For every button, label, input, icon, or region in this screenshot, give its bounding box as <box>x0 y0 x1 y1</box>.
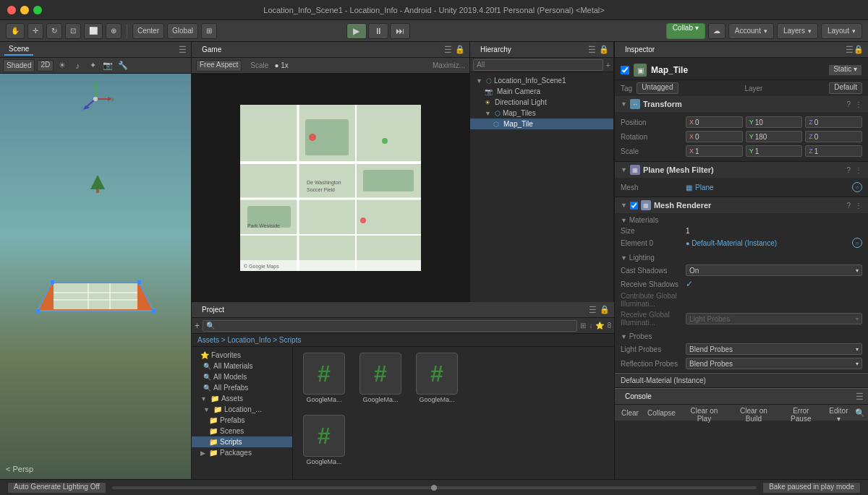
scenes-folder[interactable]: 📁 Scenes <box>192 426 292 436</box>
audio-toggle[interactable]: ♪ <box>71 59 84 72</box>
global-local-button[interactable]: Global <box>167 23 198 39</box>
project-import[interactable]: ↓ <box>589 322 592 330</box>
project-view-toggle[interactable]: ⊞ <box>580 322 586 330</box>
add-project-button[interactable]: + <box>195 321 200 331</box>
game-lock[interactable]: 🔒 <box>455 45 465 54</box>
position-z[interactable]: Z0 <box>805 116 862 128</box>
position-x[interactable]: X0 <box>686 116 743 128</box>
lighting-header[interactable]: ▼ Lighting <box>621 252 862 263</box>
packages-header[interactable]: ▶ 📁 Packages <box>192 447 292 458</box>
scripts-folder[interactable]: 📁 Scripts <box>192 436 292 447</box>
hierarchy-dir-light[interactable]: ☀ Directional Light <box>470 97 613 108</box>
error-pause-button[interactable]: Error Pause <box>780 407 822 418</box>
all-prefabs-item[interactable]: 🔍 All Prefabs <box>192 382 292 393</box>
console-menu[interactable]: ☰ <box>856 392 864 402</box>
rotation-z[interactable]: Z0 <box>805 131 862 142</box>
mesh-filter-settings[interactable]: ⋮ <box>855 166 862 174</box>
tag-dropdown[interactable]: Untagged <box>637 82 678 94</box>
all-models-item[interactable]: 🔍 All Models <box>192 371 292 382</box>
close-button[interactable] <box>7 6 16 14</box>
material-element0[interactable]: ● Default-Material (Instance) <box>686 239 777 247</box>
rotate-tool-button[interactable]: ↻ <box>46 23 62 39</box>
default-material-header[interactable]: Default-Material (Instance) <box>615 373 868 388</box>
progress-handle[interactable] <box>431 485 437 491</box>
minimize-button[interactable] <box>20 6 29 14</box>
mesh-renderer-help[interactable]: ? <box>846 202 851 210</box>
hierarchy-lock[interactable]: 🔒 <box>599 45 609 54</box>
scene-view[interactable]: X Y Z <box>0 74 191 479</box>
layer-dropdown[interactable]: Default <box>829 82 862 94</box>
mesh-renderer-settings[interactable]: ⋮ <box>855 202 862 210</box>
game-tab[interactable]: Game <box>196 44 227 55</box>
breadcrumb[interactable]: Assets > Location_Info > Scripts <box>197 336 301 344</box>
project-menu[interactable]: ☰ <box>589 305 597 315</box>
rotation-y[interactable]: Y180 <box>746 131 803 142</box>
project-search[interactable]: 🔍 <box>203 320 577 332</box>
play-button[interactable]: ▶ <box>346 23 367 39</box>
project-lock[interactable]: 🔒 <box>600 305 610 314</box>
add-hierarchy-button[interactable]: + <box>606 61 610 69</box>
transform-tool-button[interactable]: ⊕ <box>106 23 122 39</box>
inspector-lock[interactable]: 🔒 <box>854 45 864 54</box>
reflection-probes-dropdown[interactable]: Blend Probes <box>686 358 862 369</box>
inspector-tab[interactable]: Inspector <box>619 44 660 55</box>
rotation-x[interactable]: X0 <box>686 131 743 142</box>
clear-on-play-button[interactable]: Clear on Play <box>681 407 728 418</box>
project-tab[interactable]: Project <box>196 304 230 315</box>
scale-tool-button[interactable]: ⊡ <box>65 23 81 39</box>
collab-button[interactable]: Collab ▾ <box>666 23 705 39</box>
inspector-menu[interactable]: ☰ <box>846 45 854 55</box>
receive-shadows-check[interactable]: ✓ <box>686 279 693 289</box>
move-tool-button[interactable]: ✛ <box>27 23 43 39</box>
static-dropdown[interactable]: Static ▾ <box>828 64 862 76</box>
gizmos-btn[interactable]: 🔧 <box>116 59 129 72</box>
hierarchy-map-tiles[interactable]: ▼ ⬡ Map_Tiles <box>470 108 613 119</box>
shaded-dropdown[interactable]: Shaded <box>3 59 35 72</box>
transform-settings[interactable]: ⋮ <box>855 100 862 108</box>
favorites-header[interactable]: ⭐ Favorites <box>192 350 292 361</box>
layers-button[interactable]: Layers <box>777 23 818 39</box>
hierarchy-menu[interactable]: ☰ <box>588 45 596 55</box>
object-active-checkbox[interactable] <box>621 66 629 74</box>
location-folder[interactable]: ▼ 📁 Location_... <box>192 404 292 415</box>
light-probes-dropdown[interactable]: Blend Probes <box>686 343 862 355</box>
material-select-button[interactable]: ○ <box>852 238 862 248</box>
bake-button[interactable]: Bake paused in play mode <box>762 482 861 494</box>
position-y[interactable]: Y10 <box>746 116 803 128</box>
2d-toggle[interactable]: 2D <box>37 60 54 72</box>
console-search-icon[interactable]: 🔍 <box>855 408 865 418</box>
scene-tab[interactable]: Scene <box>4 43 33 56</box>
clear-button[interactable]: Clear <box>618 407 642 418</box>
fx-toggle[interactable]: ✦ <box>86 59 99 72</box>
probes-header[interactable]: ▼ Probes <box>621 331 862 342</box>
cast-shadows-dropdown[interactable]: On <box>686 264 862 276</box>
transform-help[interactable]: ? <box>846 100 851 108</box>
scale-z[interactable]: Z1 <box>805 145 862 157</box>
file-item-3[interactable]: # GoogleMa... <box>299 415 349 465</box>
hierarchy-tab[interactable]: Hierarchy <box>475 44 517 55</box>
account-button[interactable]: Account <box>728 23 774 39</box>
hierarchy-map-tile[interactable]: ⬡ Map_Tile <box>470 119 613 129</box>
step-button[interactable]: ⏭ <box>390 23 410 39</box>
file-item-2[interactable]: # GoogleMa... <box>412 353 462 403</box>
clear-on-build-button[interactable]: Clear on Build <box>729 407 778 418</box>
hierarchy-scene[interactable]: ▼ ⬡ Location_Info_Scene1 <box>470 75 613 86</box>
file-item-1[interactable]: # GoogleMa... <box>355 353 406 403</box>
auto-generate-button[interactable]: Auto Generate Lighting Off <box>7 482 106 494</box>
prefabs-folder[interactable]: 📁 Prefabs <box>192 415 292 426</box>
scale-x[interactable]: X1 <box>686 145 743 157</box>
rect-tool-button[interactable]: ⬜ <box>84 23 103 39</box>
fullscreen-button[interactable] <box>33 6 42 14</box>
receive-gi-dropdown[interactable]: Light Probes <box>686 313 862 324</box>
mesh-filter-help[interactable]: ? <box>846 166 851 174</box>
mesh-renderer-header[interactable]: ▼ ▦ Mesh Renderer ? ⋮ <box>615 197 868 213</box>
lighting-toggle[interactable]: ☀ <box>56 59 69 72</box>
pause-button[interactable]: ⏸ <box>368 23 388 39</box>
mesh-value[interactable]: ▦ Plane <box>686 184 714 191</box>
hierarchy-search[interactable]: All <box>473 59 603 71</box>
scale-y[interactable]: Y1 <box>746 145 803 157</box>
mesh-filter-header[interactable]: ▼ ▦ Plane (Mesh Filter) ? ⋮ <box>615 162 868 178</box>
file-item-0[interactable]: # GoogleMa... <box>299 353 349 403</box>
assets-header[interactable]: ▼ 📁 Assets <box>192 393 292 404</box>
hand-tool-button[interactable]: ✋ <box>6 23 25 39</box>
